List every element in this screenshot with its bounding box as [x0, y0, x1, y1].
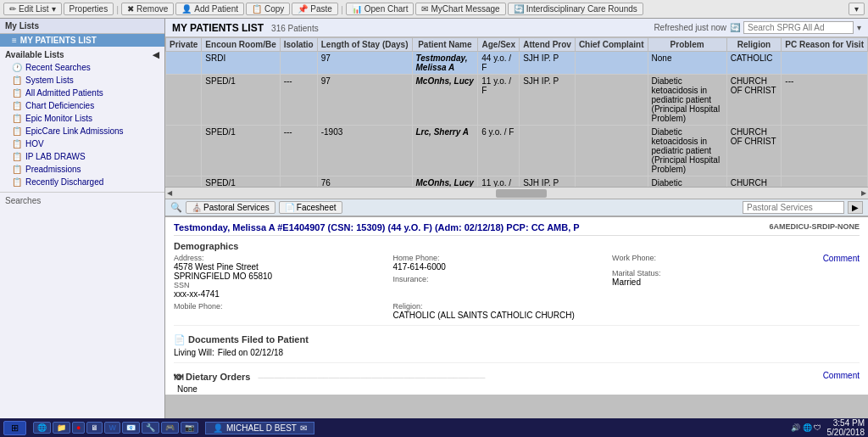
sub-search-input[interactable] [743, 201, 844, 214]
header-left: MY PATIENTS LIST 316 Patients [172, 22, 319, 34]
table-cell-4: Lrc, Sherry A [412, 126, 478, 176]
table-row[interactable]: SRDI97Testmonday, Melissa A44 y.o. / FSJ… [166, 52, 868, 75]
phone-group: Home Phone: 417-614-6000 Insurance: [393, 254, 604, 299]
scroll-left-arrow[interactable]: ◀ [167, 189, 172, 197]
taskbar-app-red[interactable]: ● [72, 422, 85, 434]
start-button[interactable]: ⊞ [3, 421, 26, 435]
window-control-button[interactable]: ▾ [849, 3, 865, 15]
sidebar-item-chart-deficiencies[interactable]: 📋 Chart Deficiencies [0, 99, 164, 112]
search-dropdown-icon[interactable]: ▾ [857, 23, 861, 32]
refresh-area: Refreshed just now 🔄 ▾ [654, 21, 861, 34]
table-cell-1: SRDI [202, 52, 280, 75]
demographics-comment-link[interactable]: Comment [823, 254, 860, 263]
copy-button[interactable]: 📋 Copy [246, 3, 290, 15]
home-phone-label: Home Phone: [393, 254, 604, 262]
marital-value: Married [612, 277, 823, 287]
ip-lab-icon: 📋 [12, 152, 22, 161]
sidebar-item-my-patients-list[interactable]: ≡ MY PATIENTS LIST [0, 34, 164, 47]
sub-search-icon[interactable]: 🔍 [170, 202, 182, 213]
scroll-thumb[interactable] [496, 189, 547, 198]
sub-toolbar-right: ▶ [743, 201, 863, 214]
taskbar-app-outlook[interactable]: 📧 [122, 422, 140, 434]
home-phone-value: 417-614-6000 [393, 262, 604, 272]
religion-label: Religion: [393, 302, 604, 311]
taskbar-app-camera[interactable]: 📷 [181, 422, 198, 434]
taskbar-app-folder[interactable]: 📁 [53, 422, 70, 434]
table-cell-3: -1903 [317, 126, 412, 176]
table-cell-0 [166, 52, 202, 75]
sidebar-item-hov[interactable]: 📋 HOV [0, 137, 164, 150]
mail-icon: ✉ [300, 423, 307, 433]
sub-search-go-icon[interactable]: ▶ [848, 201, 863, 214]
horizontal-scrollbar[interactable]: ◀ ▶ [165, 187, 868, 199]
refresh-text: Refreshed just now [654, 23, 726, 32]
epiccare-link-icon: 📋 [12, 126, 22, 136]
col-los: Length of Stay (Days) [317, 38, 412, 52]
taskbar-app-game[interactable]: 🎮 [161, 422, 179, 434]
taskbar-app-word[interactable]: W [104, 422, 120, 434]
properties-button[interactable]: Properties [64, 3, 114, 15]
table-cell-5: 6 y.o. / F [478, 126, 520, 176]
table-row[interactable]: SPED/1---97McOnhs, Lucy11 y.o. / FSJH IP… [166, 75, 868, 126]
add-patient-button[interactable]: 👤 Add Patient [175, 3, 244, 15]
table-row[interactable]: SPED/176McOnhs, Lucy B11 y.o. / FSJH IP.… [166, 176, 868, 188]
game-icon: 🎮 [165, 423, 175, 432]
edit-list-button[interactable]: ✏ Edit List ▾ [3, 3, 62, 15]
table-cell-0 [166, 176, 202, 188]
table-cell-1: SPED/1 [202, 75, 280, 126]
sidebar-item-epic-monitor[interactable]: 📋 Epic Monitor Lists [0, 112, 164, 125]
taskbar-left: ⊞ 🌐 📁 ● 🖥 W 📧 🔧 [3, 421, 314, 435]
paste-button[interactable]: 📌 Paste [292, 3, 338, 15]
refresh-icon[interactable]: 🔄 [730, 23, 740, 32]
table-scroll-area[interactable]: Private Encoun Room/Be Isolatio Length o… [165, 37, 868, 187]
address-label: Address: [174, 254, 385, 262]
taskbar-app-ie[interactable]: 🌐 [33, 422, 51, 434]
taskbar-app-tools[interactable]: 🔧 [142, 422, 159, 434]
sidebar-item-all-admitted[interactable]: 📋 All Admitted Patients [0, 87, 164, 99]
sidebar-item-recent-searches[interactable]: 🕐 Recent Searches [0, 61, 164, 74]
doc1-filed: Filed on 02/12/18 [218, 348, 283, 357]
taskbar-app-monitor[interactable]: 🖥 [86, 422, 103, 434]
sidebar-item-ip-lab-draws[interactable]: 📋 IP LAB DRAWS [0, 150, 164, 163]
sidebar-item-preadmissions[interactable]: 📋 Preadmissions [0, 163, 164, 176]
paste-icon: 📌 [298, 4, 308, 14]
content-area: MY PATIENTS LIST 316 Patients Refreshed … [165, 19, 868, 418]
my-lists-title: My Lists [0, 19, 164, 34]
main-toolbar: ✏ Edit List ▾ Properties | ✖ Remove 👤 Ad… [0, 0, 868, 19]
patient-list-header: MY PATIENTS LIST 316 Patients Refreshed … [165, 19, 868, 37]
mychart-message-button[interactable]: ✉ MyChart Message [415, 3, 505, 15]
remove-button[interactable]: ✖ Remove [121, 3, 174, 15]
col-isolation: Isolatio [280, 38, 317, 52]
copy-icon: 📋 [252, 4, 262, 14]
active-user-app[interactable]: 👤 MICHAEL D BEST ✉ [205, 422, 314, 434]
care-rounds-button[interactable]: 🔄 Interdisciplinary Care Rounds [508, 3, 643, 15]
table-cell-7 [575, 52, 648, 75]
col-room: Encoun Room/Be [202, 38, 280, 52]
facesheet-button[interactable]: 📄 Facesheet [279, 201, 342, 214]
user-icon: 👤 [213, 423, 223, 433]
remove-icon: ✖ [127, 4, 134, 14]
epic-monitor-icon: 📋 [12, 114, 22, 123]
dietary-value: None [174, 384, 860, 394]
table-header-row: Private Encoun Room/Be Isolatio Length o… [166, 38, 868, 52]
table-cell-3: 97 [317, 52, 412, 75]
table-cell-2 [280, 52, 317, 75]
open-chart-button[interactable]: 📊 Open Chart [346, 3, 415, 15]
list-icon: ≡ [12, 36, 17, 45]
table-cell-6: SJH IP. P [520, 75, 576, 126]
religion-value: CATHOLIC (ALL SAINTS CATHOLIC CHURCH) [393, 311, 604, 320]
patient-search-input[interactable] [743, 21, 854, 34]
main-layout: My Lists ≡ MY PATIENTS LIST Available Li… [0, 19, 868, 418]
dietary-comment-link[interactable]: Comment [823, 371, 860, 380]
scroll-right-arrow[interactable]: ▶ [861, 189, 866, 197]
sidebar-item-system-lists[interactable]: 📋 System Lists [0, 74, 164, 87]
sidebar-item-recently-discharged[interactable]: 📋 Recently Discharged [0, 176, 164, 188]
sidebar-item-epiccare-link[interactable]: 📋 EpicCare Link Admissions [0, 125, 164, 137]
table-cell-7 [575, 75, 648, 126]
table-cell-10 [782, 52, 868, 75]
table-row[interactable]: SPED/1----1903Lrc, Sherry A6 y.o. / FDia… [166, 126, 868, 176]
table-cell-2 [280, 176, 317, 188]
pastoral-services-button[interactable]: ⛪ Pastoral Services [186, 201, 275, 214]
collapse-icon[interactable]: ◀ [153, 50, 159, 59]
dietary-header: 🍽 Dietary Orders ───────────────────────… [174, 367, 860, 384]
